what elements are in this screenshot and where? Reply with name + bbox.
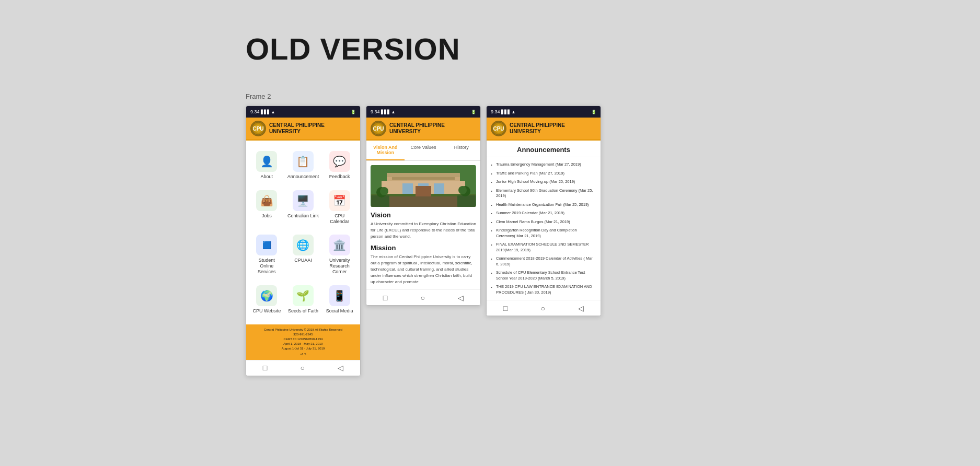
announcement-icon: 📋 <box>293 151 314 172</box>
centralian-link-icon: 🖥️ <box>293 190 314 211</box>
status-bar-right-1: 🔋 <box>351 110 356 114</box>
menu-item-jobs[interactable]: 👜 Jobs <box>250 186 283 229</box>
status-bar-left-1: 9:34 ▋▋▋ ▲ <box>250 109 275 114</box>
menu-item-social-media[interactable]: 📱 Social Media <box>323 281 356 318</box>
cpuaai-icon: 🌐 <box>293 235 314 255</box>
wifi-icon: ▲ <box>271 110 275 114</box>
svg-rect-16 <box>387 173 460 177</box>
menu-item-cpu-website[interactable]: 🌍 CPU Website <box>250 281 283 318</box>
svg-rect-18 <box>457 195 476 207</box>
announcement-item-12[interactable]: THE 2019 CPU LAW ENTRANCE EXAMINATION AN… <box>491 283 596 297</box>
frame-label: Frame 2 <box>246 92 271 100</box>
about-screen: Vision And Mission Core Values History <box>366 141 480 289</box>
announcement-item-5[interactable]: Health Maintenance Organization Fair (Ma… <box>491 201 596 209</box>
time-3: 9:34 <box>491 109 500 114</box>
app-header-1: CPU CENTRAL PHILIPPINE UNIVERSITY <box>246 118 360 141</box>
app-header-2: CPU CENTRAL PHILIPPINE UNIVERSITY <box>366 118 480 141</box>
nav-circle-2[interactable]: ○ <box>420 294 424 302</box>
battery-icon-3: 🔋 <box>591 110 596 114</box>
time-2: 9:34 <box>371 109 380 114</box>
cpu-website-icon: 🌍 <box>256 285 277 306</box>
menu-item-feedback[interactable]: 💬 Feedback <box>323 147 356 184</box>
phone-2: 9:34 ▋▋▋ ▲ 🔋 CPU CENTRAL PHILIPPINE UNIV… <box>366 106 481 306</box>
vision-title: Vision <box>371 211 476 219</box>
announcement-item-2[interactable]: Traffic and Parking Plan (Mar 27, 2019) <box>491 169 596 178</box>
battery-icon-1: 🔋 <box>351 110 356 114</box>
footer-line-2: 320-991-2345 <box>250 332 356 337</box>
announcement-item-1[interactable]: Trauma Emergency Management (Mar 27, 201… <box>491 160 596 169</box>
announcement-item-9[interactable]: FINAL EXAMINATION SCHEDULE 2ND SEMESTER … <box>491 240 596 254</box>
menu-label-about: About <box>261 174 273 180</box>
announcement-item-11[interactable]: Schedule of CPU Elementary School Entran… <box>491 269 596 283</box>
nav-circle-1[interactable]: ○ <box>300 364 304 372</box>
status-bar-3: 9:34 ▋▋▋ ▲ 🔋 <box>487 106 601 118</box>
nav-square-1[interactable]: □ <box>263 364 267 372</box>
signal-icon: ▋▋▋ <box>261 110 270 114</box>
menu-label-announcement: Announcement <box>287 174 319 180</box>
svg-text:CPU: CPU <box>373 126 384 132</box>
nav-back-2[interactable]: ◁ <box>458 294 464 302</box>
menu-label-feedback: Feedback <box>329 174 350 180</box>
nav-square-2[interactable]: □ <box>383 294 387 302</box>
menu-item-cpuaai[interactable]: 🌐 CPUAAI <box>285 230 321 278</box>
menu-screen: 👤 About 📋 Announcement 💬 Feedback 👜 <box>246 141 360 324</box>
research-icon: 🏛️ <box>329 235 350 255</box>
menu-item-cpu-calendar[interactable]: 📅 CPU Calendar <box>323 186 356 229</box>
header-title-3: CENTRAL PHILIPPINE UNIVERSITY <box>510 122 596 135</box>
battery-icon-2: 🔋 <box>471 110 476 114</box>
menu-item-research[interactable]: 🏛️ University Research Corner <box>323 230 356 278</box>
announcement-item-3[interactable]: Junior High School Moving-up (Mar 25, 20… <box>491 178 596 187</box>
menu-label-research: University Research Corner <box>325 258 354 274</box>
menu-item-about[interactable]: 👤 About <box>250 147 283 184</box>
tab-vision-mission[interactable]: Vision And Mission <box>366 141 405 160</box>
mission-text: The mission of Central Philippine Univer… <box>371 254 476 285</box>
signal-icon-3: ▋▋▋ <box>501 110 511 114</box>
android-nav-3: □ ○ ◁ <box>487 300 601 316</box>
menu-item-seeds-of-faith[interactable]: 🌱 Seeds of Faith <box>285 281 321 318</box>
menu-label-seeds-of-faith: Seeds of Faith <box>288 308 318 314</box>
mission-title: Mission <box>371 244 476 252</box>
wifi-icon-3: ▲ <box>512 110 516 114</box>
footer-line-3: CERT #0 1234567890-1234 <box>250 337 356 342</box>
status-bar-right-3: 🔋 <box>591 110 596 114</box>
svg-text:CPU: CPU <box>252 126 263 132</box>
menu-label-social-media: Social Media <box>326 308 353 314</box>
nav-circle-3[interactable]: ○ <box>540 304 545 312</box>
vision-text: A University committed to Exemplary Chri… <box>371 221 476 240</box>
android-nav-2: □ ○ ◁ <box>366 289 480 305</box>
tab-bar: Vision And Mission Core Values History <box>366 141 480 161</box>
announcement-item-7[interactable]: Clem Marnel Rama Burgos (Mar 21, 2019) <box>491 218 596 227</box>
nav-back-1[interactable]: ◁ <box>338 364 343 372</box>
phone-3: 9:34 ▋▋▋ ▲ 🔋 CPU CENTRAL PHILIPPINE UNIV… <box>486 106 601 316</box>
cpu-calendar-icon: 📅 <box>329 190 350 211</box>
nav-back-3[interactable]: ◁ <box>578 304 584 312</box>
menu-label-cpu-calendar: CPU Calendar <box>325 213 354 225</box>
footer-line-4: April 1, 2018 - May 31, 2019 <box>250 342 356 346</box>
announcement-item-6[interactable]: Summer 2019 Calendar (Mar 21, 2019) <box>491 209 596 218</box>
menu-item-announcement[interactable]: 📋 Announcement <box>285 147 321 184</box>
time-1: 9:34 <box>250 109 260 114</box>
announcement-item-10[interactable]: Commencement 2018-2019 Calendar of Activ… <box>491 254 596 269</box>
svg-rect-11 <box>402 183 413 194</box>
phone-footer-1: Central Philippine University © 2018 All… <box>246 324 360 360</box>
page-container: OLD VERSION Frame 2 9:34 ▋▋▋ ▲ 🔋 <box>0 0 980 397</box>
signal-icon-2: ▋▋▋ <box>381 110 390 114</box>
menu-item-centralian-link[interactable]: 🖥️ Centralian Link <box>285 186 321 229</box>
frames-row: 9:34 ▋▋▋ ▲ 🔋 CPU CENTRAL PHILIPPINE UNIV… <box>246 106 601 376</box>
status-bar-1: 9:34 ▋▋▋ ▲ 🔋 <box>246 106 360 118</box>
student-online-icon: 🟦 <box>256 235 277 255</box>
footer-line-1: Central Philippine University © 2018 All… <box>250 328 356 332</box>
nav-square-3[interactable]: □ <box>503 304 508 312</box>
wifi-icon-2: ▲ <box>391 110 396 114</box>
tab-history[interactable]: History <box>442 141 480 160</box>
announcements-title: Announcements <box>487 141 601 157</box>
menu-item-student-online[interactable]: 🟦 Student Online Services <box>250 230 283 278</box>
announcement-item-8[interactable]: Kindergarten Recognition Day and Complet… <box>491 226 596 240</box>
svg-text:CPU: CPU <box>493 126 504 132</box>
status-bar-left-3: 9:34 ▋▋▋ ▲ <box>491 109 515 114</box>
tab-core-values[interactable]: Core Values <box>405 141 443 160</box>
announcement-item-4[interactable]: Elementary School 90th Graduation Ceremo… <box>491 187 596 201</box>
about-content: Vision A University committed to Exempla… <box>366 161 480 289</box>
menu-label-cpuaai: CPUAAI <box>294 258 312 263</box>
university-logo-1: CPU <box>250 121 266 136</box>
